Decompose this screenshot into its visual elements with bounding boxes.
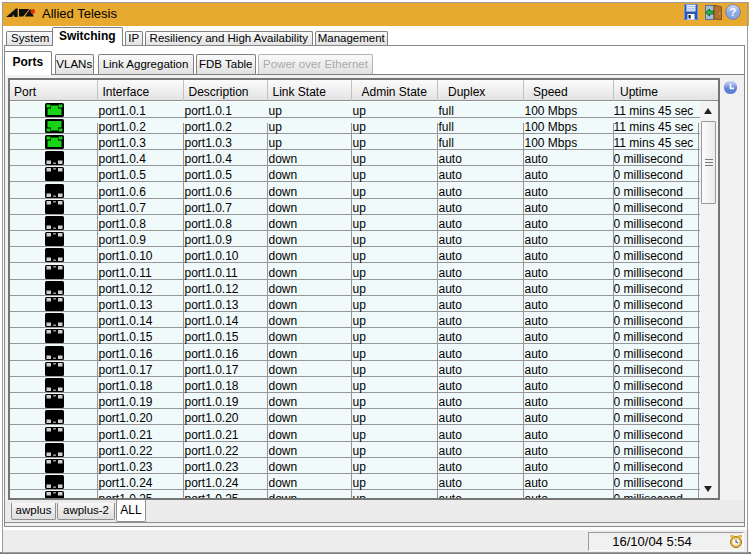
svg-text:?: ?: [730, 6, 737, 18]
